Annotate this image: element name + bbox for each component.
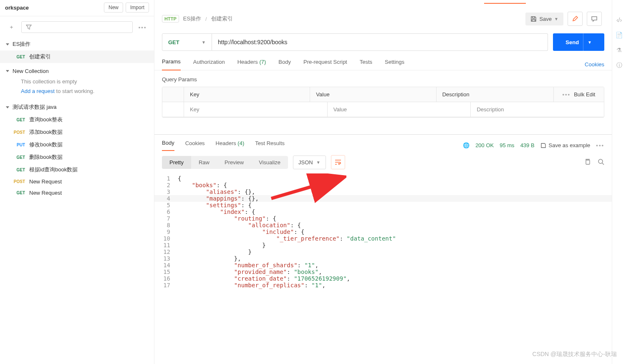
svg-rect-0 xyxy=(586,160,590,164)
request-item[interactable]: GETNew Request xyxy=(0,187,154,198)
save-icon xyxy=(540,143,546,148)
copy-icon[interactable] xyxy=(584,158,591,166)
http-badge: HTTP xyxy=(162,15,179,23)
info-icon[interactable]: ⓘ xyxy=(616,62,622,69)
view-preview[interactable]: Preview xyxy=(217,156,251,169)
chevron-down-icon: ▼ xyxy=(583,33,592,51)
bulk-edit-link[interactable]: Bulk Edit xyxy=(574,91,595,98)
resp-tab-body[interactable]: Body xyxy=(162,140,174,151)
more-icon[interactable]: ••• xyxy=(137,21,148,33)
response-body[interactable]: 1{2 "books": {3 "aliases": {},4 "mapping… xyxy=(154,173,612,297)
more-icon[interactable]: ••• xyxy=(563,91,571,98)
right-rail: ‹/› 📄 ⚗ ⓘ xyxy=(612,0,626,364)
method-selector[interactable]: GET▼ xyxy=(162,33,212,51)
more-icon[interactable]: ••• xyxy=(596,142,604,148)
collection-es[interactable]: ES操作 xyxy=(0,38,154,50)
size-badge: 439 B xyxy=(520,142,535,148)
key-input[interactable]: Key xyxy=(184,102,328,117)
save-icon xyxy=(530,16,537,22)
tab-prereq[interactable]: Pre-request Script xyxy=(303,59,347,70)
value-input[interactable]: Value xyxy=(328,102,471,117)
globe-icon[interactable]: 🌐 xyxy=(463,142,470,148)
import-button[interactable]: Import xyxy=(126,3,149,13)
format-selector[interactable]: JSON▼ xyxy=(293,156,326,169)
chevron-down-icon xyxy=(6,106,9,108)
workspace-title: orkspace xyxy=(5,5,29,11)
search-icon[interactable] xyxy=(598,158,604,166)
url-input[interactable] xyxy=(212,33,548,51)
filter-input[interactable] xyxy=(21,21,133,33)
breadcrumb[interactable]: ES操作 xyxy=(183,15,201,23)
add-icon[interactable]: ＋ xyxy=(6,21,17,33)
tab-auth[interactable]: Authorization xyxy=(193,59,225,70)
params-table: Key Value Description •••Bulk Edit Key V… xyxy=(162,87,604,118)
add-request-link[interactable]: Add a request xyxy=(21,88,55,94)
status-badge: 200 OK xyxy=(475,142,494,148)
tab-headers[interactable]: Headers (7) xyxy=(237,59,266,70)
edit-icon[interactable] xyxy=(568,12,583,26)
chevron-down-icon xyxy=(6,70,9,72)
watermark: CSDN @瑞晟技术服务中心-耿瑞 xyxy=(533,351,617,358)
chevron-down-icon[interactable]: ▼ xyxy=(554,17,558,21)
save-button[interactable]: Save ▼ xyxy=(525,13,563,25)
view-pretty[interactable]: Pretty xyxy=(162,156,191,169)
resp-tab-tests[interactable]: Test Results xyxy=(255,140,285,151)
flask-icon[interactable]: ⚗ xyxy=(616,47,622,53)
view-segment: Pretty Raw Preview Visualize xyxy=(162,156,288,169)
new-button[interactable]: New xyxy=(104,3,123,13)
request-item[interactable]: PUT修改book数据 xyxy=(0,138,154,151)
tab-body[interactable]: Body xyxy=(278,59,291,70)
svg-point-1 xyxy=(598,159,603,163)
request-item[interactable]: GET创建索引 xyxy=(0,50,154,63)
tab-params[interactable]: Params xyxy=(162,58,181,70)
time-badge: 95 ms xyxy=(500,142,514,148)
view-raw[interactable]: Raw xyxy=(191,156,217,169)
empty-text: This collection is empty xyxy=(0,77,154,86)
cookies-link[interactable]: Cookies xyxy=(585,61,604,68)
doc-icon[interactable]: 📄 xyxy=(616,32,623,38)
save-example-button[interactable]: Save as example xyxy=(540,142,591,148)
wrap-icon[interactable] xyxy=(331,155,345,169)
tab-settings[interactable]: Settings xyxy=(385,59,404,70)
breadcrumb[interactable]: 创建索引 xyxy=(211,15,233,23)
request-item[interactable]: GET查询book整表 xyxy=(0,113,154,126)
request-item[interactable]: POST添加book数据 xyxy=(0,126,154,138)
view-visualize[interactable]: Visualize xyxy=(251,156,288,169)
desc-input[interactable]: Description xyxy=(471,102,604,117)
send-button[interactable]: Send▼ xyxy=(553,33,604,51)
collection-new[interactable]: New Collection xyxy=(0,65,154,77)
chevron-down-icon xyxy=(6,43,9,45)
tab-tests[interactable]: Tests xyxy=(360,59,372,70)
resp-tab-headers[interactable]: Headers (4) xyxy=(216,140,245,151)
collection-test[interactable]: 测试请求数据 java xyxy=(0,101,154,113)
query-params-title: Query Params xyxy=(154,70,612,83)
code-icon[interactable]: ‹/› xyxy=(616,17,622,23)
request-item[interactable]: GET删除book数据 xyxy=(0,151,154,163)
resp-tab-cookies[interactable]: Cookies xyxy=(185,140,205,151)
comment-icon[interactable] xyxy=(587,12,602,26)
request-item[interactable]: GET根据id查询book数据 xyxy=(0,163,154,176)
request-item[interactable]: POSTNew Request xyxy=(0,176,154,187)
